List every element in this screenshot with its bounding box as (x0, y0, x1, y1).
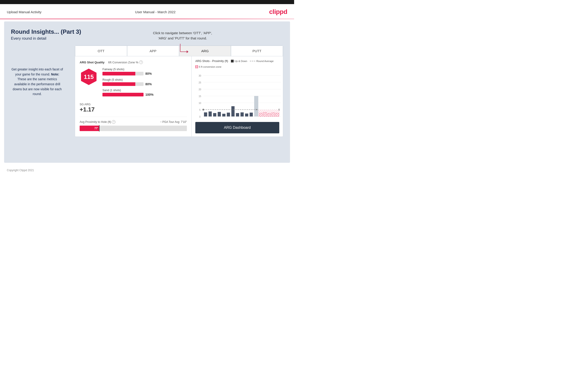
nav-annotation-text: Click to navigate between 'OTT', 'APP','… (153, 31, 212, 41)
svg-point-38 (202, 109, 204, 110)
copyright-text: Copyright Clippd 2021 (7, 169, 34, 172)
right-panel: ARG Shots - Proximity (ft) Up & Down Rou… (192, 56, 283, 137)
top-bar (0, 0, 294, 4)
clippd-logo: clippd (269, 8, 287, 15)
sg-label: SG ARG (80, 103, 187, 106)
bar-track-sand (103, 93, 144, 96)
bar-pct-sand: 100% (145, 93, 154, 96)
svg-rect-20 (204, 112, 207, 117)
proximity-value: 77' (94, 127, 98, 130)
svg-marker-2 (187, 50, 189, 53)
bar-row-rough: 80% (103, 82, 187, 86)
svg-rect-23 (218, 112, 221, 117)
main-content: Round Insights... (Part 3) Every round i… (4, 21, 290, 163)
svg-text:20: 20 (199, 88, 201, 91)
shot-row-rough: Rough (5 shots) 80% (103, 78, 187, 86)
legend-6ft: 6 ft conversion zone (195, 66, 221, 68)
shot-label-sand: Sand (1 shots) (103, 89, 187, 92)
document-title: User Manual - March 2022 (135, 10, 176, 14)
svg-rect-35 (272, 113, 275, 117)
svg-rect-27 (236, 113, 239, 117)
help-icon[interactable]: ? (139, 60, 143, 64)
svg-rect-33 (263, 112, 267, 117)
chart-area: 0 5 10 15 20 25 30 (195, 71, 279, 120)
legend-hatched-icon (195, 66, 198, 68)
svg-text:10: 10 (199, 102, 201, 104)
left-insight: Get greater insight into each facet of y… (11, 67, 63, 97)
bar-row-fairway: 80% (103, 72, 187, 75)
legend-up-down: Up & Down (231, 60, 247, 62)
bar-track-rough (103, 82, 144, 86)
tab-ott[interactable]: OTT (75, 46, 127, 56)
left-panel: ARG Shot Quality 6ft Conversion Zone % ?… (75, 56, 192, 137)
bar-fill-sand (103, 93, 144, 96)
proximity-cursor (99, 125, 99, 132)
bar-fill-rough (103, 82, 135, 86)
chart-title: ARG Shots - Proximity (ft) (195, 59, 228, 63)
bar-row-sand: 100% (103, 93, 187, 96)
arg-dashboard-button[interactable]: ARG Dashboard (195, 122, 279, 133)
svg-rect-32 (259, 113, 262, 117)
chart-svg: 0 5 10 15 20 25 30 (195, 71, 282, 119)
bar-fill-fairway (103, 72, 135, 75)
panel-header: ARG Shot Quality 6ft Conversion Zone % ? (80, 60, 187, 64)
svg-rect-21 (208, 111, 212, 117)
logo-area: clippd (269, 8, 287, 16)
svg-rect-34 (268, 113, 271, 117)
nav-arrow-icon (176, 43, 189, 56)
chart-header: ARG Shots - Proximity (ft) Up & Down Rou… (195, 59, 279, 68)
svg-rect-26 (231, 106, 234, 117)
proximity-label: Avg Proximity to Hole (ft) ? (80, 120, 115, 124)
svg-text:15: 15 (199, 95, 201, 98)
svg-text:30: 30 (199, 75, 201, 77)
legend-round-avg: Round Average (250, 60, 274, 62)
bar-pct-fairway: 80% (145, 72, 154, 75)
proximity-section: Avg Proximity to Hole (ft) ? ↑ PGA Tour … (80, 117, 187, 131)
proximity-bar-track: 77' (80, 125, 187, 131)
bar-track-fairway (103, 72, 144, 75)
svg-text:8: 8 (278, 108, 280, 111)
svg-text:5: 5 (199, 109, 200, 111)
shot-quality-list: Fairway (5 shots) 80% Rough (5 shots) (103, 68, 187, 99)
nav-annotation: Click to navigate between 'OTT', 'APP','… (153, 31, 212, 56)
proximity-header: Avg Proximity to Hole (ft) ? ↑ PGA Tour … (80, 120, 187, 124)
panel-body: ARG Shot Quality 6ft Conversion Zone % ?… (75, 56, 283, 137)
svg-text:0: 0 (199, 116, 200, 118)
svg-rect-22 (213, 113, 216, 117)
svg-rect-28 (241, 112, 244, 117)
legend-box-icon (231, 60, 234, 62)
header: Upload Manual Activity User Manual - Mar… (0, 4, 294, 19)
sg-section: SG ARG +1.17 (80, 103, 187, 113)
upload-manual-activity-link[interactable]: Upload Manual Activity (7, 10, 42, 14)
svg-text:25: 25 (199, 81, 201, 84)
hex-container: 115 Fairway (5 shots) 80% (80, 68, 187, 99)
shot-row-sand: Sand (1 shots) 100% (103, 89, 187, 96)
svg-rect-30 (250, 113, 253, 117)
svg-rect-36 (276, 113, 279, 117)
shot-label-rough: Rough (5 shots) (103, 78, 187, 81)
shot-quality-label: ARG Shot Quality (80, 61, 104, 64)
svg-rect-25 (227, 113, 230, 117)
pga-avg-label: ↑ PGA Tour Avg: 7'10" (160, 120, 187, 124)
svg-rect-24 (222, 114, 225, 117)
tab-putt[interactable]: PUTT (231, 46, 283, 56)
left-insight-text: Get greater insight into each facet of y… (11, 67, 63, 96)
legend-round-avg-label: Round Average (256, 60, 274, 62)
svg-rect-29 (245, 114, 248, 117)
bar-pct-rough: 80% (145, 82, 154, 86)
legend-dashed-icon (250, 61, 255, 61)
hex-number: 115 (84, 73, 94, 81)
dashboard-panel: OTT APP ARG PUTT ARG Shot Quality 6ft Co… (75, 45, 283, 137)
shot-row-fairway: Fairway (5 shots) 80% (103, 68, 187, 75)
proximity-bar-fill: 77' (80, 125, 99, 131)
svg-rect-31 (254, 96, 258, 117)
footer: Copyright Clippd 2021 (0, 165, 294, 175)
header-divider (0, 19, 294, 19)
legend-up-down-label: Up & Down (234, 60, 247, 62)
section-title: Round Insights... (Part 3) (11, 28, 283, 35)
section-subtitle: Every round in detail (11, 36, 283, 41)
proximity-help-icon[interactable]: ? (112, 120, 115, 124)
sg-value: +1.17 (80, 106, 187, 113)
hexagon: 115 (80, 68, 98, 86)
conversion-zone-label: 6ft Conversion Zone % ? (108, 60, 143, 64)
